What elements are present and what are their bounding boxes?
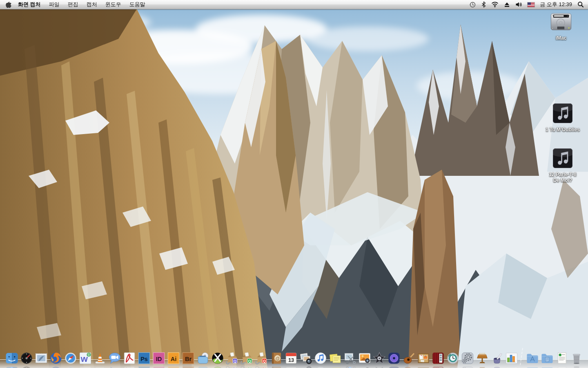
- apple-menu[interactable]: [6, 1, 11, 8]
- iphoto-icon: [358, 351, 372, 365]
- desktop-icon-music-1[interactable]: 1 Tu M'Oublies: [541, 102, 584, 132]
- dock-item-imovie[interactable]: [372, 351, 386, 365]
- svg-text:Q: Q: [248, 359, 251, 363]
- grab-icon: [343, 351, 357, 365]
- system-preferences-icon: [461, 351, 474, 365]
- image-capture-icon: [299, 351, 313, 365]
- keynote-icon: [475, 351, 489, 365]
- desktop-icon-label-line: iMac: [546, 35, 577, 41]
- numbers-icon: [505, 351, 519, 365]
- dock-item-trash[interactable]: [570, 351, 584, 365]
- vlc-icon: [93, 351, 107, 365]
- photoshop-icon: Ps: [137, 351, 151, 365]
- pages-icon: [490, 351, 504, 365]
- finder-icon: [5, 351, 19, 365]
- dock-item-iphoto[interactable]: [358, 351, 372, 365]
- bluetooth-icon[interactable]: [481, 1, 486, 8]
- dock-item-image-capture[interactable]: [299, 351, 313, 365]
- eject-icon[interactable]: [504, 2, 510, 7]
- dock-item-toast[interactable]: [196, 351, 210, 365]
- dock-item-document-stack[interactable]: [555, 351, 569, 365]
- menu-clock[interactable]: 금 오후 12:39: [540, 1, 572, 8]
- svg-text:Ai: Ai: [170, 356, 176, 362]
- dock-item-documents-folder[interactable]: [540, 351, 554, 365]
- dock-item-installer-box-q-purple[interactable]: QQ: [225, 351, 239, 365]
- applications-folder-icon: [526, 351, 539, 365]
- svg-text:13: 13: [288, 357, 294, 363]
- dock-item-idvd[interactable]: [387, 351, 401, 365]
- dock-item-finder[interactable]: [5, 351, 19, 365]
- dock-item-garageband[interactable]: [402, 351, 416, 365]
- svg-text:ID: ID: [156, 356, 161, 362]
- desktop-icon-label: 12 Parle-T-IlDe Moi?: [541, 172, 584, 183]
- dock-item-safari[interactable]: [64, 351, 78, 365]
- menu-window[interactable]: 윈도우: [105, 1, 121, 8]
- dock-item-system-preferences[interactable]: [461, 351, 474, 365]
- dock-item-vlc[interactable]: [93, 351, 107, 365]
- dock-item-applications-folder[interactable]: [526, 351, 539, 365]
- volume-icon[interactable]: [515, 2, 522, 7]
- indesign-icon: ID: [152, 351, 166, 365]
- dock-item-acrobat[interactable]: [122, 351, 136, 365]
- menu-help[interactable]: 도움말: [129, 1, 145, 8]
- stickies-icon: [328, 351, 342, 365]
- dock-item-ical[interactable]: 1313: [284, 351, 298, 365]
- dock-item-indesign[interactable]: IDID: [152, 351, 166, 365]
- dock-item-corkboard-app[interactable]: [416, 351, 430, 365]
- desktop-icon-label: iMac: [546, 35, 577, 41]
- dock-item-bridge[interactable]: BrBr: [181, 351, 195, 365]
- firefox-icon: [49, 351, 63, 365]
- dock-item-grab[interactable]: [343, 351, 357, 365]
- wifi-icon[interactable]: [491, 2, 499, 7]
- audio-icon: [541, 102, 584, 126]
- dock-item-numbers[interactable]: [505, 351, 519, 365]
- desktop-icon-music-2[interactable]: 12 Parle-T-IlDe Moi?: [541, 147, 584, 183]
- time-machine-menu-icon[interactable]: [469, 1, 476, 8]
- document-stack-icon: [555, 351, 569, 365]
- svg-text:Ps: Ps: [140, 356, 148, 362]
- dock-item-photoshop[interactable]: PsPs: [137, 351, 151, 365]
- installer-box-q-purple-icon: Q: [225, 351, 239, 365]
- dock-item-mail[interactable]: [34, 351, 48, 365]
- menu-capture[interactable]: 캡처: [87, 1, 97, 8]
- dock-item-illustrator[interactable]: AiAi: [167, 351, 180, 365]
- dock-item-address-book[interactable]: @@: [270, 351, 283, 365]
- svg-text:@: @: [275, 356, 280, 361]
- dock-item-keynote[interactable]: [475, 351, 489, 365]
- dock-item-firefox[interactable]: [49, 351, 63, 365]
- dock: wwPsPsIDIDAiAiBrBrQQQQQQ@@1313: [0, 344, 588, 368]
- dock-item-installer-box-q-red[interactable]: QQ: [255, 351, 269, 365]
- svg-text:Q: Q: [263, 359, 265, 363]
- menu-file[interactable]: 파일: [49, 1, 60, 8]
- dock-item-ichat[interactable]: [108, 351, 122, 365]
- dock-item-itunes[interactable]: [314, 351, 327, 365]
- desktop-icon-label: 1 Tu M'Oublies: [541, 127, 584, 132]
- photo-booth-icon: [431, 351, 445, 365]
- input-source-us-flag[interactable]: [528, 2, 535, 7]
- word-globe-app-icon: w: [78, 351, 92, 365]
- address-book-icon: @: [270, 351, 283, 365]
- dock-item-x-green-app[interactable]: [211, 351, 225, 365]
- safari-icon: [64, 351, 78, 365]
- dock-item-pages[interactable]: [490, 351, 504, 365]
- itunes-icon: [314, 351, 327, 365]
- apple-logo-icon: [6, 1, 11, 8]
- menu-edit[interactable]: 편집: [68, 1, 78, 8]
- dock-item-time-machine[interactable]: [446, 351, 460, 365]
- svg-text:Br: Br: [185, 356, 191, 362]
- spotlight-icon[interactable]: [577, 1, 584, 8]
- mail-icon: [34, 351, 48, 365]
- corkboard-app-icon: [416, 351, 430, 365]
- installer-box-q-green-icon: Q: [240, 351, 254, 365]
- active-app-menu[interactable]: 화면 캡처: [18, 1, 41, 8]
- dock-item-dashboard[interactable]: [20, 351, 33, 365]
- audio-icon: [541, 147, 584, 171]
- desktop: iMac 1 Tu M'Oublies 12 Parle-T-IlDe Moi?…: [0, 0, 588, 368]
- dock-item-installer-box-q-green[interactable]: QQ: [240, 351, 254, 365]
- dock-item-stickies[interactable]: [328, 351, 342, 365]
- desktop-icon-imac-hd[interactable]: iMac: [546, 12, 577, 41]
- svg-text:Q: Q: [233, 359, 236, 363]
- desktop-icon-label-line: De Moi?: [541, 177, 584, 183]
- dock-item-photo-booth[interactable]: [431, 351, 445, 365]
- dock-item-word-globe-app[interactable]: ww: [78, 351, 92, 365]
